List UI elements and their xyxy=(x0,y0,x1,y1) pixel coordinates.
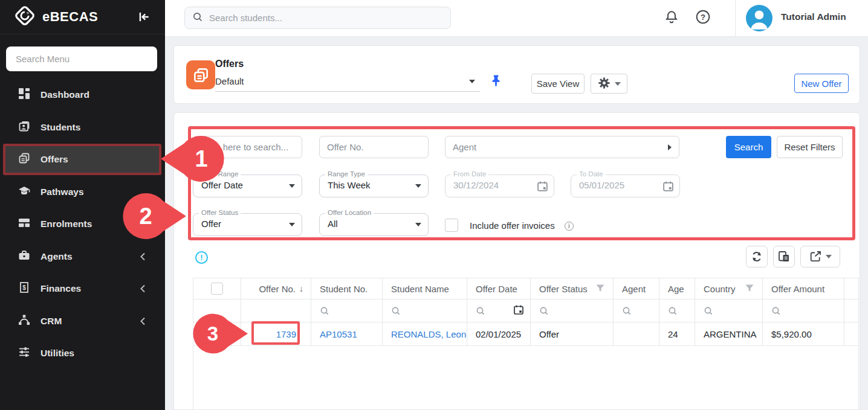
grid-alert-icon: ! xyxy=(195,251,208,264)
chevron-down-icon xyxy=(469,80,475,83)
column-header-agent[interactable]: Agent xyxy=(614,278,659,299)
offer-no-input[interactable] xyxy=(319,136,429,158)
sidebar-item-offers[interactable]: Offers xyxy=(5,145,160,174)
filter-cell-country[interactable] xyxy=(695,299,763,322)
filter-cell-offer-no[interactable] xyxy=(241,299,311,322)
table-header-row: Offer No. ↓ Student No. Student Name Off… xyxy=(193,278,859,299)
sidebar-search-input[interactable] xyxy=(6,46,157,71)
range-type-select[interactable]: Range Type This Week xyxy=(319,175,429,197)
offer-date-cell: 02/01/2025 xyxy=(467,322,531,346)
filter-cell-offer-amount[interactable] xyxy=(763,299,844,322)
search-icon xyxy=(192,11,203,25)
notifications-bell-icon[interactable] xyxy=(664,9,679,27)
offers-module-icon xyxy=(186,60,215,89)
column-header-student-name[interactable]: Student Name xyxy=(383,278,467,299)
column-header-student-no[interactable]: Student No. xyxy=(311,278,383,299)
view-settings-button[interactable] xyxy=(591,74,627,94)
filter-cell-student-no[interactable] xyxy=(311,299,383,322)
filter-cell-offer-status[interactable] xyxy=(531,299,614,322)
row-checkbox-cell[interactable] xyxy=(193,322,241,346)
sidebar-item-enrolments[interactable]: Enrolments xyxy=(0,210,165,239)
filter-cell-empty xyxy=(193,299,241,322)
svg-text:?: ? xyxy=(701,13,705,22)
user-avatar[interactable] xyxy=(745,4,773,34)
offer-no-link[interactable]: 1739 xyxy=(241,322,311,346)
new-offer-button[interactable]: New Offer xyxy=(794,74,849,93)
select-all-checkbox[interactable] xyxy=(211,283,223,295)
chevron-down-icon xyxy=(289,184,295,188)
date-range-select[interactable]: Date Range Offer Date xyxy=(193,175,302,197)
select-all-checkbox-cell[interactable] xyxy=(193,278,241,299)
page-title: Offers xyxy=(215,59,244,69)
offers-main-card: Agent Search Reset Filters Date Range Of… xyxy=(173,112,860,410)
user-name[interactable]: Tutorial Admin xyxy=(781,11,846,22)
search-icon xyxy=(320,306,329,316)
reset-filters-button[interactable]: Reset Filters xyxy=(777,136,843,158)
chevron-down-icon xyxy=(415,184,421,188)
offers-icon xyxy=(18,152,30,167)
sidebar-collapse-icon[interactable] xyxy=(137,10,151,26)
sidebar-item-finances[interactable]: $ Finances xyxy=(0,274,165,303)
column-header-spacer xyxy=(844,278,859,299)
filter-cell-offer-date[interactable] xyxy=(467,299,531,322)
text-search-input[interactable] xyxy=(193,136,302,158)
column-header-offer-status[interactable]: Offer Status xyxy=(531,278,614,299)
column-header-offer-amount[interactable]: Offer Amount xyxy=(763,278,844,299)
filter-cell-spacer xyxy=(844,299,859,322)
export-button[interactable] xyxy=(800,246,840,267)
filter-cell-agent[interactable] xyxy=(614,299,659,322)
sidebar-item-dashboard[interactable]: Dashboard xyxy=(0,80,165,109)
search-icon xyxy=(704,306,713,316)
view-select-value: Default xyxy=(215,76,244,86)
topbar-divider xyxy=(735,0,736,37)
dashboard-icon xyxy=(18,88,30,102)
chevron-left-icon[interactable] xyxy=(137,315,149,330)
column-header-offer-date[interactable]: Offer Date xyxy=(467,278,531,299)
offer-status-select[interactable]: Offer Status Offer xyxy=(193,213,302,236)
save-view-button[interactable]: Save View xyxy=(531,74,585,94)
refresh-button[interactable] xyxy=(746,246,768,267)
gear-icon xyxy=(598,77,611,91)
agent-select[interactable]: Agent xyxy=(445,136,679,158)
column-header-country[interactable]: Country xyxy=(695,278,763,299)
finances-icon: $ xyxy=(18,281,30,296)
calendar-icon[interactable] xyxy=(513,304,524,317)
help-icon[interactable]: ? xyxy=(695,9,711,27)
student-no-link[interactable]: AP10531 xyxy=(311,322,383,346)
search-button[interactable]: Search xyxy=(726,136,771,158)
filter-cell-age[interactable] xyxy=(659,299,695,322)
to-date-field[interactable]: To Date 05/01/2025 xyxy=(571,175,680,197)
agents-icon xyxy=(18,249,30,264)
sort-descending-icon[interactable]: ↓ xyxy=(299,284,303,293)
pin-view-icon[interactable] xyxy=(490,74,502,90)
chevron-left-icon[interactable] xyxy=(137,251,149,265)
sidebar-item-agents[interactable]: Agents xyxy=(0,242,165,271)
from-date-field[interactable]: From Date 30/12/2024 xyxy=(445,175,554,197)
sidebar-item-utilities[interactable]: Utilities xyxy=(0,339,165,368)
filter-cell-student-name[interactable] xyxy=(383,299,467,322)
sidebar-item-pathways[interactable]: Pathways xyxy=(0,178,165,207)
column-header-age[interactable]: Age xyxy=(659,278,695,299)
search-icon xyxy=(771,306,781,316)
filter-funnel-icon[interactable] xyxy=(596,284,604,294)
ebecas-logo-icon xyxy=(13,4,36,30)
column-header-offer-no[interactable]: Offer No. ↓ xyxy=(241,278,311,299)
include-invoices-checkbox[interactable] xyxy=(445,219,458,232)
copy-grid-button[interactable] xyxy=(773,246,795,267)
offers-table: Offer No. ↓ Student No. Student Name Off… xyxy=(193,278,859,346)
include-invoices-label: Include offer invoices xyxy=(470,220,555,231)
offer-status-cell: Offer xyxy=(531,322,614,346)
student-search-box[interactable] xyxy=(184,7,451,29)
sidebar-logo-row: eBECAS xyxy=(0,0,165,34)
offer-location-select[interactable]: Offer Location All xyxy=(319,213,429,236)
view-select[interactable]: Default xyxy=(215,74,480,92)
student-search-input[interactable] xyxy=(209,13,427,23)
sidebar-item-students[interactable]: Students xyxy=(0,113,165,142)
student-name-link[interactable]: REONALDS, Leon xyxy=(383,322,467,346)
filter-funnel-icon[interactable] xyxy=(745,284,754,294)
pathways-icon xyxy=(18,185,30,199)
enrolments-icon xyxy=(18,217,30,231)
sidebar-item-crm[interactable]: CRM xyxy=(0,307,165,336)
chevron-down-icon xyxy=(826,255,832,258)
chevron-left-icon[interactable] xyxy=(137,283,149,297)
